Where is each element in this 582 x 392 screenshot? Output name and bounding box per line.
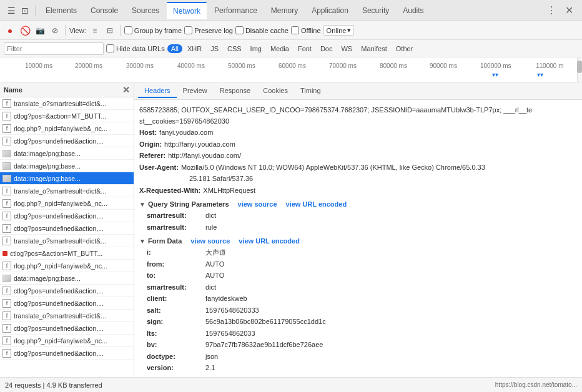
network-list-item[interactable]: fctlog?pos=undefined&action,... (0, 347, 134, 360)
close-devtools-icon[interactable]: ✕ (561, 3, 577, 17)
throttle-value: Online (327, 27, 347, 34)
query-param-2-val: rule (205, 222, 217, 233)
clear-button[interactable]: 🚫 (19, 24, 31, 37)
network-list-item[interactable]: fctlog?pos=&action=MT_BUTT... (0, 110, 134, 122)
network-list-item[interactable]: ftranslate_o?smartresult=dict&... (0, 97, 134, 110)
network-list-item[interactable]: frlog.php?_npid=fanyiweb&_nc... (0, 335, 134, 347)
offline-label[interactable]: Offline (301, 27, 321, 34)
tab-response[interactable]: Response (214, 84, 257, 98)
filter-other-button[interactable]: Other (392, 44, 417, 53)
network-list-item[interactable]: ftranslate_o?smartresult=dict&... (0, 310, 134, 322)
devtools-options-icon[interactable]: ⊡ (19, 4, 31, 17)
filter-xhr-button[interactable]: XHR (184, 44, 205, 53)
hide-data-urls-label[interactable]: Hide data URLs (116, 45, 165, 52)
top-nav-tabs: ☰ ⊡ Elements Console Sources Network Per… (0, 0, 582, 21)
form-key: client: (147, 293, 203, 304)
filter-css-button[interactable]: CSS (224, 44, 245, 53)
query-view-source-link[interactable]: view source (238, 200, 277, 208)
network-list-item[interactable]: fctlog?pos=undefined&action,... (0, 322, 134, 335)
preserve-log-checkbox[interactable] (184, 26, 192, 34)
form-key: bv: (147, 340, 203, 350)
view-label: View: (69, 27, 86, 34)
query-section-header[interactable]: ▼ Query String Parameters view source vi… (139, 200, 577, 208)
useragent-value: Mozilla/5.0 (Windows NT 10.0; WOW64) App… (181, 162, 485, 173)
form-val: 97ba7c7fb78632ae9b11dcf6be726aee (205, 340, 323, 350)
more-options-icon[interactable]: ⋮ (543, 3, 560, 17)
cookies-row-2: st__cookies=1597654862030 (139, 116, 577, 127)
form-data-section-header[interactable]: ▼ Form Data view source view URL encoded (139, 237, 577, 245)
group-by-frame-label[interactable]: Group by frame (134, 27, 182, 34)
network-list-item[interactable]: frlog.php?_npid=fanyiweb&_nc... (0, 122, 134, 135)
tab-console[interactable]: Console (84, 2, 124, 19)
throttle-dropdown[interactable]: Online ▾ (323, 25, 355, 36)
xrequested-key: X-Requested-With: (139, 185, 200, 196)
form-key: sign: (147, 316, 203, 327)
tab-audits[interactable]: Audits (397, 2, 430, 19)
file-icon: f (2, 124, 11, 133)
form-view-source-link[interactable]: view source (190, 237, 230, 245)
tab-preview[interactable]: Preview (177, 84, 214, 98)
form-data-row: i:大声道 (147, 247, 577, 258)
timeline-scrollbar[interactable] (577, 57, 582, 82)
filter-input[interactable] (4, 42, 104, 55)
filter-bar: Hide data URLs All XHR JS CSS Img Media … (0, 40, 582, 57)
item-name: translate_o?smartresult=dict&... (14, 312, 106, 320)
origin-value: http://fanyi.youdao.com (164, 139, 235, 150)
network-list-item[interactable]: frlog.php?_npid=fanyiweb&_nc... (0, 260, 134, 272)
filter-manifest-button[interactable]: Manifest (357, 44, 391, 53)
tab-headers[interactable]: Headers (138, 84, 177, 98)
tab-memory[interactable]: Memory (265, 2, 304, 19)
status-bar: 24 requests | 4.9 KB transferred https:/… (0, 377, 582, 392)
filter-media-button[interactable]: Media (267, 44, 293, 53)
network-list-item[interactable]: data:image/png;base... (0, 147, 134, 160)
timeline-label-7: 70000 ms (329, 62, 357, 69)
network-list-item[interactable]: frlog.php?_npid=fanyiweb&_nc... (0, 197, 134, 210)
network-list-item[interactable]: data:image/png;base... (0, 172, 134, 185)
network-list-item[interactable]: fctlog?pos=undefined&action,... (0, 210, 134, 222)
preserve-log-group: Preserve log (184, 26, 233, 34)
tab-sources[interactable]: Sources (126, 2, 165, 19)
tab-performance[interactable]: Performance (208, 2, 264, 19)
network-list-item[interactable]: ftranslate_o?smartresult=dict&... (0, 185, 134, 197)
preserve-log-label[interactable]: Preserve log (194, 27, 233, 34)
filter-button[interactable]: ⊘ (49, 24, 61, 37)
network-list-item[interactable]: fctlog?pos=undefined&action,... (0, 297, 134, 310)
form-val: 56c9a13b06bc802be61179055cc1dd1c (205, 316, 326, 327)
network-request-list: Name ✕ ftranslate_o?smartresult=dict&...… (0, 82, 134, 377)
network-list-item[interactable]: fctlog?pos=undefined&action,... (0, 285, 134, 297)
disable-cache-label[interactable]: Disable cache (245, 27, 289, 34)
devtools-menu-icon[interactable]: ☰ (5, 4, 17, 17)
tab-network[interactable]: Network (167, 2, 207, 19)
filter-img-button[interactable]: Img (247, 44, 265, 53)
group-by-frame-checkbox[interactable] (124, 26, 132, 34)
filter-all-button[interactable]: All (167, 44, 182, 53)
network-list-item[interactable]: ftranslate_o?smartresult=dict&... (0, 235, 134, 247)
record-button[interactable]: ● (4, 24, 16, 37)
form-view-url-encoded-link[interactable]: view URL encoded (239, 237, 300, 245)
network-list-item[interactable]: data:image/png;base... (0, 272, 134, 285)
disable-cache-checkbox[interactable] (235, 26, 244, 34)
file-icon: f (2, 187, 11, 195)
filter-ws-button[interactable]: WS (337, 44, 356, 53)
offline-checkbox[interactable] (291, 26, 299, 34)
close-detail-icon[interactable]: ✕ (122, 85, 130, 95)
tab-application[interactable]: Application (305, 2, 355, 19)
filter-js-button[interactable]: JS (207, 44, 222, 53)
tab-timing[interactable]: Timing (294, 84, 327, 98)
tab-security[interactable]: Security (356, 2, 395, 19)
tab-cookies[interactable]: Cookies (257, 84, 294, 98)
network-list-item[interactable]: ctlog?pos=&action=MT_BUTT... (0, 247, 134, 260)
query-view-url-encoded-link[interactable]: view URL encoded (286, 200, 347, 208)
filter-font-button[interactable]: Font (294, 44, 315, 53)
network-list-item[interactable]: fctlog?pos=undefined&action,... (0, 222, 134, 235)
view-waterfall-icon[interactable]: ⊟ (104, 24, 116, 37)
hide-data-urls-checkbox[interactable] (106, 44, 114, 52)
network-list-item[interactable]: fctlog?pos=undefined&action,... (0, 135, 134, 147)
tab-elements[interactable]: Elements (39, 2, 83, 19)
filter-doc-button[interactable]: Doc (317, 44, 337, 53)
network-list-item[interactable]: data:image/png;base... (0, 160, 134, 172)
form-data-row: lts:1597654862033 (147, 328, 577, 339)
camera-button[interactable]: 📷 (34, 24, 46, 37)
detail-panel: Headers Preview Response Cookies Timing … (134, 82, 582, 377)
view-list-icon[interactable]: ≡ (89, 24, 101, 37)
